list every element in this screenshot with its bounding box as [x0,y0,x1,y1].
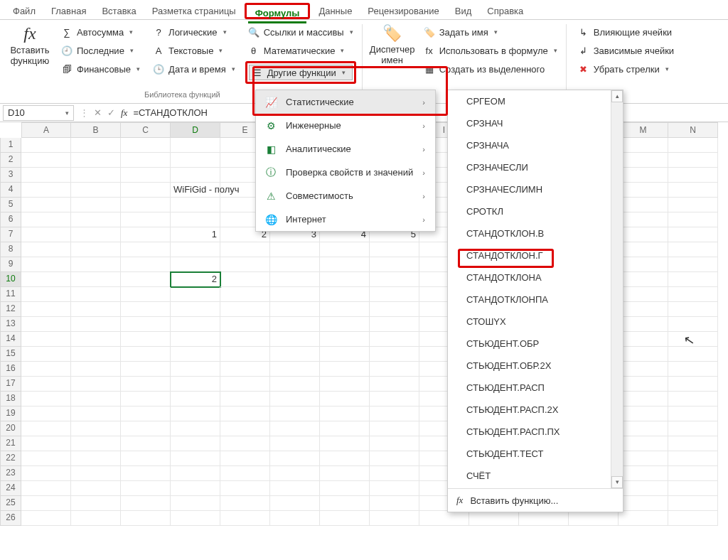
cell[interactable]: 2 [171,272,220,287]
cell[interactable] [71,257,121,272]
cell[interactable] [21,302,71,317]
cell[interactable] [320,496,370,511]
remove-arrows-button[interactable]: ✖Убрать стрелки▾ [575,61,677,77]
function-item[interactable]: СРГЕОМ [448,90,623,112]
cell[interactable] [220,511,270,526]
tab-home[interactable]: Главная [44,3,93,19]
cell[interactable] [270,466,320,481]
row-header[interactable]: 1 [0,138,21,153]
cell[interactable] [121,377,171,392]
cell[interactable] [668,212,718,227]
cell[interactable] [619,347,668,362]
row-header[interactable]: 13 [0,317,21,332]
menu-item-information[interactable]: ⓘПроверка свойств и значений› [256,161,435,184]
function-item[interactable]: СЧЁТЕСЛИ [448,487,623,488]
cell[interactable] [668,362,718,377]
datetime-button[interactable]: 🕒Дата и время▾ [150,61,238,77]
cell[interactable] [619,287,668,302]
cell[interactable] [370,421,419,436]
cell[interactable] [171,257,220,272]
cell[interactable] [121,153,171,168]
cell[interactable] [171,362,220,377]
column-header[interactable]: A [21,122,71,138]
cell[interactable] [220,287,270,302]
insert-function-button[interactable]: fx Вставить функцию [9,24,51,84]
cell[interactable] [220,421,270,436]
row-header[interactable]: 2 [0,153,21,168]
cell[interactable] [370,377,419,392]
cell[interactable] [71,227,121,242]
lookup-button[interactable]: 🔍Ссылки и массивы▾ [245,24,356,40]
column-header[interactable]: C [121,122,171,138]
cell[interactable] [668,511,718,526]
cell[interactable] [619,183,668,198]
row-header[interactable]: 8 [0,242,21,257]
cell[interactable] [320,436,370,451]
row-header[interactable]: 17 [0,377,21,392]
cell[interactable] [21,496,71,511]
cell[interactable] [320,302,370,317]
function-item[interactable]: СРЗНАЧЕСЛИМН [448,178,623,200]
cell[interactable] [668,496,718,511]
trace-dependents-button[interactable]: ↲Зависимые ячейки [575,43,677,58]
row-header[interactable]: 4 [0,183,21,198]
cell[interactable] [71,436,121,451]
tab-insert[interactable]: Вставка [95,3,143,19]
column-header[interactable]: M [619,122,668,138]
cell[interactable] [121,436,171,451]
scroll-down-button[interactable]: ▾ [611,476,623,488]
cell[interactable] [220,302,270,317]
cell[interactable] [320,392,370,406]
cell[interactable] [71,362,121,377]
row-header[interactable]: 25 [0,496,21,511]
cell[interactable] [121,421,171,436]
cell[interactable] [220,377,270,392]
column-header[interactable]: B [71,122,121,138]
cell[interactable] [220,392,270,406]
cell[interactable] [370,451,419,466]
cell[interactable] [220,257,270,272]
cell[interactable] [270,257,320,272]
cell[interactable] [619,302,668,317]
row-header[interactable]: 16 [0,362,21,377]
row-header[interactable]: 24 [0,481,21,496]
logical-button[interactable]: ?Логические▾ [150,24,238,40]
cell[interactable] [71,317,121,332]
cell[interactable] [270,496,320,511]
cell[interactable] [619,392,668,406]
cell[interactable] [619,436,668,451]
cell[interactable] [220,436,270,451]
cell[interactable] [71,466,121,481]
tab-layout[interactable]: Разметка страницы [145,3,243,19]
cell[interactable] [619,332,668,347]
cell[interactable] [171,347,220,362]
cell[interactable] [121,392,171,406]
function-item[interactable]: СТЬЮДЕНТ.РАСП [448,377,623,399]
cell[interactable] [21,362,71,377]
cell[interactable] [619,377,668,392]
cell[interactable] [668,183,718,198]
cell[interactable] [270,511,320,526]
row-header[interactable]: 6 [0,212,21,227]
menu-item-statistical[interactable]: 📈Статистические› [256,90,435,114]
cell[interactable] [21,198,71,212]
cell[interactable] [370,511,419,526]
cell[interactable] [121,183,171,198]
tab-data[interactable]: Данные [311,3,359,19]
cell[interactable] [220,406,270,421]
function-item[interactable]: СРЗНАЧ [448,112,623,134]
cell[interactable] [21,332,71,347]
cell[interactable] [21,421,71,436]
cell[interactable] [171,198,220,212]
define-name-button[interactable]: 🏷️Задать имя▾ [421,24,560,40]
cell[interactable] [220,332,270,347]
cell[interactable] [668,481,718,496]
cell[interactable] [71,198,121,212]
cell[interactable] [171,212,220,227]
row-header[interactable]: 15 [0,347,21,362]
cell[interactable] [71,168,121,183]
cell[interactable] [668,421,718,436]
cell[interactable] [270,317,320,332]
row-header[interactable]: 3 [0,168,21,183]
cell[interactable] [320,377,370,392]
